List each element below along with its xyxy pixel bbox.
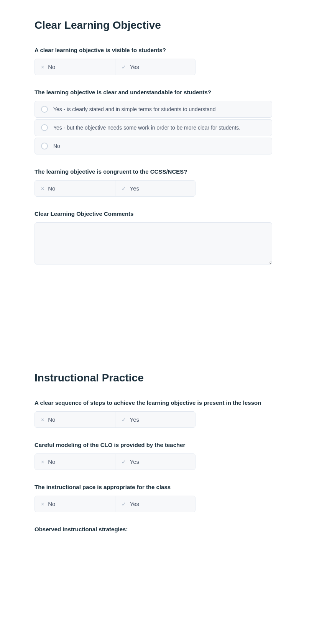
- toggle-no-q5[interactable]: × No: [35, 454, 115, 470]
- toggle-yes-q1[interactable]: ✓ Yes: [115, 59, 196, 75]
- cross-icon-q1: ×: [41, 64, 44, 70]
- question-block-q3: The learning objective is congruent to t…: [34, 168, 288, 197]
- radio-option-q2-0[interactable]: Yes - is clearly stated and in simple te…: [34, 101, 272, 118]
- toggle-no-label-q3: No: [48, 185, 55, 192]
- question-block-q1: A clear learning objective is visible to…: [34, 47, 288, 75]
- toggle-no-label-q5: No: [48, 458, 55, 465]
- radio-label-q2-2: No: [53, 143, 60, 149]
- radio-option-q2-1[interactable]: Yes - but the objective needs some work …: [34, 119, 272, 136]
- question-label-q7: Observed instructional strategies:: [34, 526, 288, 532]
- question-block-q2: The learning objective is clear and unde…: [34, 89, 288, 154]
- radio-option-q2-2[interactable]: No: [34, 138, 272, 154]
- toggle-group-q4: × No ✓ Yes: [34, 411, 196, 428]
- toggle-no-label-q4: No: [48, 416, 55, 423]
- cross-icon-q3: ×: [41, 186, 44, 192]
- section2-title: Instructional Practice: [34, 372, 288, 384]
- toggle-yes-q6[interactable]: ✓ Yes: [115, 496, 196, 512]
- cross-icon-q6: ×: [41, 501, 44, 507]
- check-icon-q4: ✓: [122, 417, 126, 423]
- radio-circle-q2-2: [41, 143, 48, 150]
- toggle-no-q1[interactable]: × No: [35, 59, 115, 75]
- radio-label-q2-1: Yes - but the objective needs some work …: [53, 125, 240, 131]
- toggle-group-q1: × No ✓ Yes: [34, 59, 196, 75]
- toggle-yes-label-q1: Yes: [130, 64, 139, 70]
- question-block-q7: Observed instructional strategies:: [34, 526, 288, 532]
- toggle-yes-label-q3: Yes: [130, 185, 139, 192]
- toggle-yes-label-q5: Yes: [130, 458, 139, 465]
- section1-title: Clear Learning Objective: [34, 19, 288, 31]
- question-block-q6: The instructional pace is appropriate fo…: [34, 484, 288, 512]
- question-block-q4: A clear sequence of steps to achieve the…: [34, 399, 288, 428]
- toggle-yes-label-q4: Yes: [130, 416, 139, 423]
- question-label-q3: The learning objective is congruent to t…: [34, 168, 288, 175]
- toggle-yes-q4[interactable]: ✓ Yes: [115, 412, 196, 427]
- toggle-group-q5: × No ✓ Yes: [34, 453, 196, 470]
- radio-circle-q2-0: [41, 106, 48, 113]
- toggle-no-q6[interactable]: × No: [35, 496, 115, 512]
- check-icon-q6: ✓: [122, 501, 126, 507]
- question-label-q6: The instructional pace is appropriate fo…: [34, 484, 288, 490]
- question-label-q5: Careful modeling of the CLO is provided …: [34, 442, 288, 448]
- cross-icon-q5: ×: [41, 459, 44, 465]
- spacer: [34, 280, 288, 364]
- toggle-no-q4[interactable]: × No: [35, 412, 115, 427]
- question-label-q4: A clear sequence of steps to achieve the…: [34, 399, 288, 406]
- toggle-group-q3: × No ✓ Yes: [34, 180, 196, 197]
- toggle-yes-q5[interactable]: ✓ Yes: [115, 454, 196, 470]
- question-block-q5: Careful modeling of the CLO is provided …: [34, 442, 288, 470]
- toggle-no-label-q1: No: [48, 64, 55, 70]
- check-icon-q5: ✓: [122, 459, 126, 465]
- toggle-yes-label-q6: Yes: [130, 501, 139, 507]
- toggle-group-q6: × No ✓ Yes: [34, 496, 196, 512]
- check-icon-q1: ✓: [122, 64, 126, 70]
- toggle-yes-q3[interactable]: ✓ Yes: [115, 181, 196, 196]
- comments-textarea[interactable]: [34, 222, 272, 264]
- comments-label: Clear Learning Objective Comments: [34, 210, 288, 217]
- section2: Instructional Practice A clear sequence …: [34, 364, 288, 532]
- question-label-q1: A clear learning objective is visible to…: [34, 47, 288, 53]
- radio-label-q2-0: Yes - is clearly stated and in simple te…: [53, 106, 216, 112]
- check-icon-q3: ✓: [122, 186, 126, 192]
- toggle-no-label-q6: No: [48, 501, 55, 507]
- comments-block: Clear Learning Objective Comments: [34, 210, 288, 266]
- question-label-q2: The learning objective is clear and unde…: [34, 89, 288, 95]
- radio-group-q2: Yes - is clearly stated and in simple te…: [34, 101, 272, 154]
- cross-icon-q4: ×: [41, 417, 44, 423]
- radio-circle-q2-1: [41, 124, 48, 131]
- toggle-no-q3[interactable]: × No: [35, 181, 115, 196]
